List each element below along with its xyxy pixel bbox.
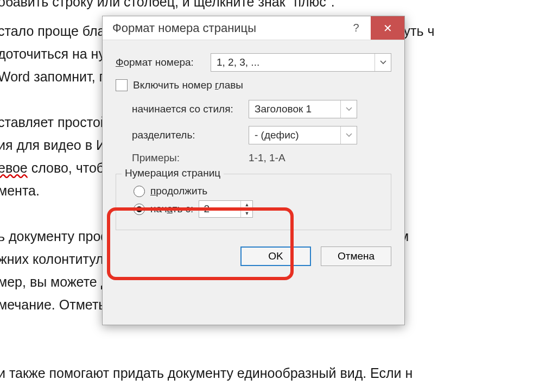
doc-line: обавить строку или столбец, и щелкните з… [0, 0, 335, 13]
spinner-down-icon[interactable]: ▼ [241, 210, 252, 218]
examples-label: Примеры: [132, 152, 249, 164]
start-at-spinner[interactable]: 2 ▲ ▼ [199, 200, 253, 218]
number-format-value: 1, 2, 3, ... [211, 56, 375, 68]
starts-with-style-label: начинается со стиля: [132, 103, 249, 115]
titlebar[interactable]: Формат номера страницы ? ✕ [103, 16, 404, 40]
page-numbering-group: Нумерация страниц продолжить начать с: 2… [116, 174, 391, 230]
separator-label: разделитель: [132, 129, 249, 141]
chevron-down-icon [340, 100, 357, 118]
chevron-down-icon [340, 127, 357, 144]
format-label: Формат номера: [116, 56, 211, 68]
start-at-label: начать с: [150, 203, 193, 215]
chevron-down-icon [375, 54, 391, 71]
starts-with-style-value: Заголовок 1 [249, 103, 340, 115]
include-chapter-checkbox[interactable] [116, 79, 128, 91]
cancel-button[interactable]: Отмена [321, 246, 391, 266]
starts-with-style-combo[interactable]: Заголовок 1 [249, 100, 357, 118]
start-at-value: 2 [199, 201, 240, 217]
ok-button[interactable]: OK [240, 246, 311, 266]
examples-value: 1-1, 1-A [249, 152, 285, 164]
continue-radio[interactable] [134, 186, 145, 197]
dialog-body: Формат номера: 1, 2, 3, ... Включить ном… [103, 40, 404, 239]
page-number-format-dialog: Формат номера страницы ? ✕ Формат номера… [102, 16, 405, 325]
continue-label: продолжить [150, 185, 207, 197]
start-at-radio[interactable] [134, 204, 145, 215]
close-button[interactable]: ✕ [371, 16, 404, 40]
page-numbering-legend: Нумерация страниц [122, 167, 224, 179]
help-button[interactable]: ? [341, 16, 371, 40]
doc-line: и также помогают придать документу едино… [0, 362, 413, 384]
separator-value: - (дефис) [249, 129, 340, 141]
doc-line: мента. [0, 179, 40, 202]
spinner-up-icon[interactable]: ▲ [241, 201, 252, 210]
number-format-combo[interactable]: 1, 2, 3, ... [211, 53, 391, 72]
close-icon: ✕ [383, 22, 392, 35]
dialog-title: Формат номера страницы [103, 16, 341, 40]
dialog-button-row: OK Отмена [103, 239, 404, 276]
separator-combo[interactable]: - (дефис) [249, 126, 357, 144]
include-chapter-label: Включить номер главы [133, 79, 243, 91]
